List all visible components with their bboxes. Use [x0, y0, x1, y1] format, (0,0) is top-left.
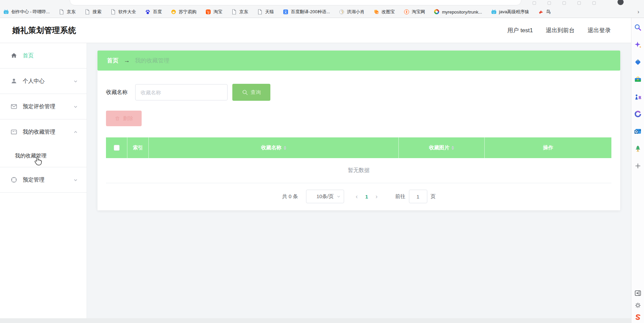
bookmark-item[interactable]: 京东	[231, 9, 248, 15]
bookmark-item[interactable]: 百度翻译-200种语...	[283, 9, 330, 15]
table-column-header[interactable]: 操作	[485, 137, 611, 158]
bookmark-item[interactable]: 洪湖小肖	[339, 9, 364, 15]
bookmark-label: 百度翻译-200种语...	[291, 9, 330, 15]
sidebar-divider	[0, 192, 87, 193]
site-header: 婚礼策划管理系统 用户 test1 退出到前台 退出登录	[0, 18, 631, 43]
doc-icon	[59, 9, 64, 15]
search-icon	[242, 89, 248, 95]
sidebar: 首页个人中心预定评价管理我的收藏管理我的收藏管理预定管理	[0, 43, 87, 323]
page-size-value: 10条/页	[317, 193, 334, 200]
bookmark-item[interactable]: 鸟	[538, 9, 551, 15]
screenshot-logo-icon[interactable]	[634, 314, 642, 322]
bookmark-item[interactable]: 苏宁易购	[171, 9, 196, 15]
logout-link[interactable]: 退出登录	[588, 26, 611, 34]
chevron-up-icon	[73, 130, 78, 134]
bookmark-item[interactable]: 改图宝	[374, 9, 395, 15]
bookmark-label: 洪湖小肖	[347, 9, 364, 15]
bookmark-item[interactable]: 淘宝网	[404, 9, 425, 15]
compass-icon	[10, 176, 18, 184]
toolbox-icon[interactable]	[634, 75, 642, 83]
outlook-icon[interactable]	[634, 127, 642, 135]
browser-toolbar	[0, 0, 644, 6]
table-column-header[interactable]: 索引	[127, 137, 149, 158]
search-label: 收藏名称	[106, 89, 128, 96]
sidebar-item[interactable]: 我的收藏管理	[0, 119, 87, 145]
next-page-button[interactable]: ›	[371, 193, 382, 200]
download-icon[interactable]	[533, 1, 536, 5]
games-icon[interactable]	[634, 93, 642, 101]
bookmark-item[interactable]: 软件大全	[110, 9, 136, 15]
favorites-table: 索引收藏名称收藏图片操作 暂无数据	[106, 137, 611, 183]
browser-menu-icon[interactable]	[592, 1, 596, 5]
bookmark-item[interactable]: 淘宝	[205, 9, 222, 15]
breadcrumb-home[interactable]: 首页	[107, 57, 119, 64]
search-button[interactable]: 查询	[232, 84, 270, 101]
table-column-header[interactable]: 收藏名称	[149, 137, 399, 158]
sidebar-item[interactable]: 首页	[0, 43, 87, 68]
search-icon[interactable]	[634, 23, 642, 32]
search-row: 收藏名称 查询	[106, 84, 620, 101]
page-size-select[interactable]: 10条/页	[306, 190, 344, 203]
column-label: 索引	[133, 145, 143, 151]
delete-button[interactable]: 删除	[106, 111, 142, 126]
bookmark-item[interactable]: 京东	[59, 9, 75, 15]
doc-icon	[231, 9, 237, 15]
copilot-icon[interactable]	[634, 41, 642, 49]
sort-caret-icon[interactable]	[451, 146, 454, 150]
suning-icon	[171, 9, 176, 15]
goto-page-input[interactable]	[409, 190, 427, 203]
delete-button-label: 删除	[123, 115, 133, 122]
edge-sidebar-bottom	[634, 289, 642, 322]
user-label: 用户 test1	[507, 26, 533, 34]
chevron-down-icon	[73, 104, 78, 109]
sidebar-item[interactable]: 预定管理	[0, 167, 87, 192]
bookmark-item[interactable]: myrepository/trunk...	[434, 9, 482, 15]
prev-page-button[interactable]: ‹	[351, 193, 362, 200]
chevron-down-icon	[73, 178, 78, 182]
select-all-checkbox[interactable]	[114, 145, 120, 151]
collections-icon[interactable]	[562, 1, 566, 5]
page-title: 婚礼策划管理系统	[12, 25, 76, 36]
table-column-header[interactable]: 收藏图片	[399, 137, 485, 158]
sort-caret-icon[interactable]	[284, 146, 286, 150]
bookmark-item[interactable]: 创作中心 - 哔哩哔...	[3, 9, 50, 15]
bookmark-label: myrepository/trunk...	[442, 10, 482, 15]
content-card: 首页 → 我的收藏管理 收藏名称 查询	[97, 51, 620, 210]
bookmark-item[interactable]: java高级程序猿	[491, 9, 529, 15]
browser-profile-avatar[interactable]	[618, 0, 624, 5]
sidebar-item-label: 个人中心	[23, 78, 44, 85]
breadcrumb: 首页 → 我的收藏管理	[97, 51, 620, 71]
breadcrumb-current: 我的收藏管理	[135, 57, 169, 64]
table-column-header[interactable]	[106, 137, 127, 158]
search-input[interactable]	[135, 84, 228, 100]
add-icon[interactable]	[634, 162, 642, 170]
sidebar-item-label: 预定评价管理	[23, 103, 55, 110]
favorites-icon[interactable]	[548, 1, 551, 5]
settings-icon[interactable]	[634, 301, 642, 309]
address-bar[interactable]	[70, 0, 521, 5]
page-number-1[interactable]: 1	[362, 194, 371, 200]
sidebar-item[interactable]: 预定评价管理	[0, 94, 87, 119]
bookmark-item[interactable]: 天猫	[257, 9, 274, 15]
window-bottom-strip	[0, 318, 631, 323]
sidebar-item[interactable]: 个人中心	[0, 69, 87, 94]
swirl-icon	[434, 9, 440, 15]
shopping-tag-icon[interactable]	[634, 58, 642, 66]
exit-to-front-link[interactable]: 退出到前台	[546, 26, 575, 34]
microsoft-365-icon[interactable]	[634, 110, 642, 118]
bookmark-label: 苏宁易购	[179, 9, 196, 15]
bookmark-item[interactable]: 百度	[145, 9, 162, 15]
sidebar-subitem[interactable]: 我的收藏管理	[0, 145, 87, 167]
bookmark-item[interactable]: 搜索	[85, 9, 101, 15]
open-panel-icon[interactable]	[634, 289, 642, 297]
mail-icon	[10, 103, 18, 110]
extensions-icon[interactable]	[577, 1, 581, 5]
rooster-icon	[339, 9, 344, 15]
bookmarks-overflow-chevron-icon[interactable]: ›	[636, 9, 641, 15]
taobao-icon	[205, 9, 211, 15]
bookmark-label: 创作中心 - 哔哩哔...	[11, 9, 50, 15]
tree-icon[interactable]	[634, 145, 642, 153]
column-label: 操作	[543, 145, 553, 151]
bookmark-label: 京东	[67, 9, 75, 15]
bookmarks-bar: 创作中心 - 哔哩哔...京东搜索软件大全百度苏宁易购淘宝京东天猫百度翻译-20…	[0, 6, 644, 18]
